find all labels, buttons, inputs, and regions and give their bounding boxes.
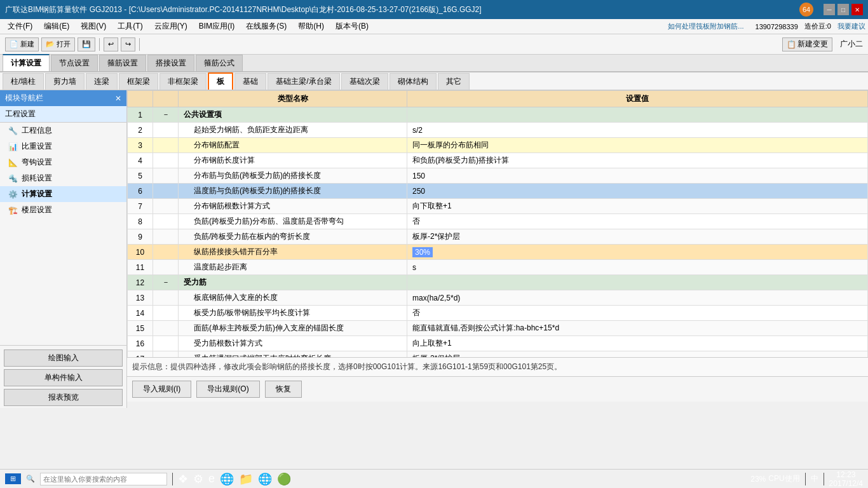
time-display: 12:23 [836, 470, 855, 479]
row-number: 17 [128, 351, 153, 358]
sub-tab-foundation[interactable]: 基础 [234, 73, 266, 90]
table-row[interactable]: 15面筋(单标主跨板受力筋)伸入支座的锚固长度能直锚就直锚,否则按公式计算:ha… [128, 321, 868, 336]
row-value[interactable]: 否 [407, 214, 868, 229]
sidebar-close-btn[interactable]: ✕ [115, 94, 121, 103]
sub-tab-column[interactable]: 柱/墙柱 [3, 73, 44, 90]
table-row[interactable]: 2起始受力钢筋、负筋距支座边距离s/2 [128, 123, 868, 138]
row-value[interactable] [407, 107, 868, 123]
row-type-icon [153, 168, 179, 184]
open-button[interactable]: 📂 打开 [41, 37, 75, 51]
menu-cloud[interactable]: 云应用(Y) [149, 20, 193, 33]
row-value[interactable]: s [407, 260, 868, 275]
redo-button[interactable]: ↪ [121, 37, 135, 51]
windows-start-icon[interactable]: ⊞ [5, 473, 21, 484]
menu-help[interactable]: 帮助(H) [293, 20, 329, 33]
report-preview-btn[interactable]: 报表预览 [4, 389, 123, 406]
sub-tab-non-frame-beam[interactable]: 非框架梁 [159, 73, 207, 90]
tab-stirrup-settings[interactable]: 箍筋设置 [99, 55, 146, 71]
tab-calc-settings[interactable]: 计算设置 [3, 54, 50, 71]
row-value[interactable]: 向下取整+1 [407, 199, 868, 214]
row-value[interactable]: 150 [407, 168, 868, 184]
taskbar-icon-4[interactable]: 📁 [239, 472, 253, 486]
row-value[interactable]: 向上取整+1 [407, 336, 868, 351]
taskbar-icon-1[interactable]: ❖ [178, 472, 188, 486]
table-row[interactable]: 3分布钢筋配置同一板厚的分布筋相同 [128, 138, 868, 153]
sidebar-item-floor[interactable]: 🏗️ 楼层设置 [0, 202, 126, 218]
row-value[interactable]: 能直锚就直锚,否则按公式计算:ha-bhc+15*d [407, 321, 868, 336]
table-row[interactable]: 4分布钢筋长度计算和负筋(跨板受力筋)搭接计算 [128, 153, 868, 168]
search-input[interactable] [40, 473, 167, 485]
sub-tab-coupling-beam[interactable]: 连梁 [86, 73, 118, 90]
language-indicator[interactable]: 中 [811, 473, 818, 484]
close-button[interactable]: ✕ [851, 4, 863, 15]
table-row[interactable]: 17受力筋遇洞口或端部无支座时的弯折长度板厚-2*保护层 [128, 351, 868, 358]
export-rule-btn[interactable]: 导出规则(O) [196, 381, 259, 398]
row-value[interactable]: 30% [407, 245, 868, 260]
table-row: 1－公共设置项 [128, 107, 868, 123]
project-info-icon: 🔧 [8, 126, 18, 136]
row-value[interactable]: 否 [407, 306, 868, 321]
sub-tab-slab[interactable]: 板 [208, 72, 233, 90]
taskbar-icon-3[interactable]: 🌐 [220, 472, 234, 486]
table-row[interactable]: 8负筋(跨板受力筋)分布筋、温度筋是否带弯勾否 [128, 214, 868, 229]
sub-tab-bar: 柱/墙柱 剪力墙 连梁 框架梁 非框架梁 板 基础 基础主梁/承台梁 基础次梁 … [0, 72, 868, 90]
sub-tab-foundation-main-beam[interactable]: 基础主梁/承台梁 [268, 73, 339, 90]
row-value[interactable] [407, 275, 868, 290]
single-component-input-btn[interactable]: 单构件输入 [4, 369, 123, 386]
taskbar-icon-2[interactable]: ⚙ [193, 472, 203, 486]
sidebar-item-project-info[interactable]: 🔧 工程信息 [0, 123, 126, 139]
sidebar-item-weight[interactable]: 📊 比重设置 [0, 139, 126, 154]
row-number: 15 [128, 321, 153, 336]
build-btn[interactable]: 我要建议 [837, 22, 865, 31]
sub-tab-other[interactable]: 其它 [438, 73, 470, 90]
sub-tab-masonry[interactable]: 砌体结构 [390, 73, 437, 90]
taskbar-icon-ie[interactable]: e [208, 472, 215, 485]
taskbar-icon-5[interactable]: 🌐 [258, 472, 272, 486]
row-value[interactable]: 板厚-2*保护层 [407, 351, 868, 358]
row-number: 2 [128, 123, 153, 138]
help-link[interactable]: 如何处理筏板附加钢筋... [668, 22, 743, 31]
row-value[interactable]: s/2 [407, 123, 868, 138]
table-row[interactable]: 13板底钢筋伸入支座的长度max(ha/2,5*d) [128, 290, 868, 306]
row-value[interactable]: 和负筋(跨板受力筋)搭接计算 [407, 153, 868, 168]
sidebar-item-loss[interactable]: 🔩 损耗设置 [0, 170, 126, 186]
tab-splice-settings[interactable]: 搭接设置 [147, 55, 194, 71]
new-change-button[interactable]: 📋 新建变更 [782, 37, 832, 51]
table-row[interactable]: 6温度筋与负筋(跨板受力筋)的搭接长度250 [128, 184, 868, 199]
row-value[interactable]: max(ha/2,5*d) [407, 290, 868, 306]
sub-tab-foundation-secondary-beam[interactable]: 基础次梁 [341, 73, 388, 90]
tab-stirrup-formula[interactable]: 箍筋公式 [196, 55, 243, 71]
menu-view[interactable]: 视图(V) [76, 20, 111, 33]
sidebar-item-calc[interactable]: ⚙️ 计算设置 [0, 186, 126, 202]
new-button[interactable]: 📄 新建 [5, 37, 39, 51]
row-value[interactable]: 同一板厚的分布筋相同 [407, 138, 868, 153]
menu-edit[interactable]: 编辑(E) [39, 20, 74, 33]
menu-online[interactable]: 在线服务(S) [241, 20, 292, 33]
menu-tools[interactable]: 工具(T) [112, 20, 147, 33]
undo-button[interactable]: ↩ [104, 37, 118, 51]
menu-version[interactable]: 版本号(B) [330, 20, 374, 33]
table-row[interactable]: 9负筋/跨板受力筋在板内的弯折长度板厚-2*保护层 [128, 229, 868, 245]
minimize-button[interactable]: ─ [824, 4, 835, 15]
menu-file[interactable]: 文件(F) [3, 20, 37, 33]
maximize-button[interactable]: □ [837, 4, 849, 15]
sidebar-item-bend[interactable]: 📐 弯钩设置 [0, 154, 126, 170]
taskbar-icon-6[interactable]: 🟢 [277, 472, 291, 486]
drawing-input-btn[interactable]: 绘图输入 [4, 349, 123, 367]
table-row[interactable]: 5分布筋与负筋(跨板受力筋)的搭接长度150 [128, 168, 868, 184]
sub-tab-frame-beam[interactable]: 框架梁 [119, 73, 158, 90]
table-row[interactable]: 10纵筋搭接接头错开百分率30% [128, 245, 868, 260]
table-row[interactable]: 11温度筋起步距离s [128, 260, 868, 275]
table-row[interactable]: 14板受力筋/板带钢筋按平均长度计算否 [128, 306, 868, 321]
table-row[interactable]: 16受力筋根数计算方式向上取整+1 [128, 336, 868, 351]
row-value[interactable]: 250 [407, 184, 868, 199]
import-rule-btn[interactable]: 导入规则(I) [132, 381, 191, 398]
menu-bim[interactable]: BIM应用(I) [194, 20, 240, 33]
row-value[interactable]: 板厚-2*保护层 [407, 229, 868, 245]
tab-node-settings[interactable]: 节点设置 [51, 55, 98, 71]
save-button[interactable]: 💾 [78, 37, 95, 51]
restore-btn[interactable]: 恢复 [265, 381, 302, 398]
data-table: 类型名称 设置值 1－公共设置项2起始受力钢筋、负筋距支座边距离s/23分布钢筋… [127, 90, 868, 357]
sub-tab-shear-wall[interactable]: 剪力墙 [45, 73, 85, 90]
table-row[interactable]: 7分布钢筋根数计算方式向下取整+1 [128, 199, 868, 214]
